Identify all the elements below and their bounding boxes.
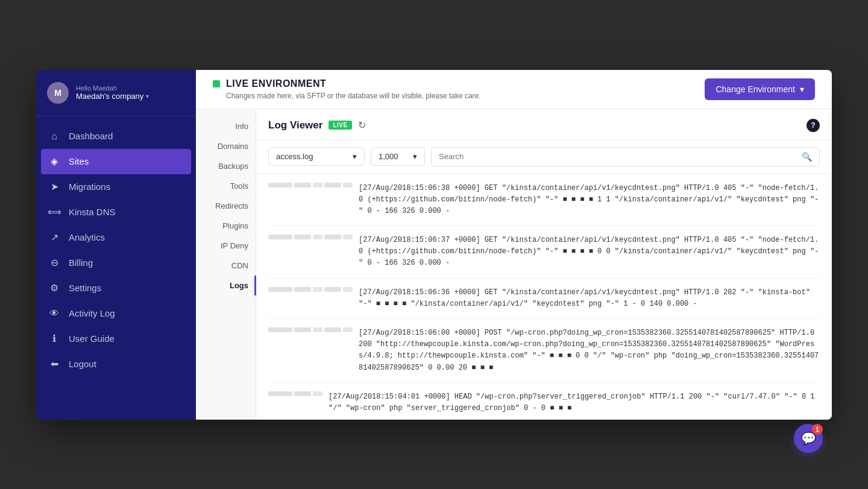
sidebar-item-logout[interactable]: ⬅ Logout	[36, 352, 196, 377]
subnav-backups[interactable]: Backups	[196, 156, 256, 176]
log-file-select[interactable]: access.log ▾	[268, 147, 365, 166]
sidebar-item-label: Billing	[69, 257, 93, 268]
log-ip-redacted	[268, 183, 353, 188]
chevron-down-icon: ▾	[353, 152, 357, 161]
sidebar-item-dashboard[interactable]: ⌂ Dashboard	[36, 124, 196, 149]
search-input[interactable]	[439, 152, 797, 161]
chevron-down-icon: ▾	[146, 93, 149, 99]
log-entry: [27/Aug/2018:15:06:38 +0000] GET "/kinst…	[268, 174, 820, 227]
change-environment-button[interactable]: Change Environment ▾	[705, 78, 815, 100]
sidebar-item-settings[interactable]: ⚙ Settings	[36, 276, 196, 301]
migrations-icon: ➤	[48, 181, 60, 193]
subnav-domains[interactable]: Domains	[196, 136, 256, 156]
sidebar-item-label: Dashboard	[69, 131, 113, 141]
subnav-info[interactable]: Info	[196, 116, 256, 136]
log-entry-text: [27/Aug/2018:15:04:01 +0000] HEAD "/wp-c…	[329, 391, 820, 414]
log-title-group: Log Viewer LIVE ↻	[268, 119, 366, 131]
user-info: Hello Maedah Maedah's company ▾	[76, 84, 149, 101]
subnav-logs[interactable]: Logs	[196, 276, 256, 295]
log-search-box[interactable]: 🔍	[431, 147, 820, 166]
chevron-down-icon: ▾	[413, 152, 417, 161]
log-lines-select[interactable]: 1,000 ▾	[371, 147, 425, 166]
env-title: LIVE ENVIRONMENT	[213, 78, 481, 89]
dns-icon: ⟺	[48, 206, 60, 218]
log-entry: [27/Aug/2018:15:04:01 +0000] HEAD "/wp-c…	[268, 383, 820, 420]
main-nav: ⌂ Dashboard ◈ Sites ➤ Migrations ⟺ Kinst…	[36, 116, 196, 420]
search-icon: 🔍	[802, 152, 812, 162]
subnav-cdn[interactable]: CDN	[196, 256, 256, 276]
log-viewer-panel: Log Viewer LIVE ↻ ? access.log ▾ 1,000 ▾	[256, 109, 832, 420]
log-viewer-title: Log Viewer	[268, 119, 322, 131]
sidebar-item-activity-log[interactable]: 👁 Activity Log	[36, 301, 196, 326]
sidebar-item-label: Analytics	[69, 232, 105, 242]
log-ip-redacted	[268, 391, 322, 396]
subnav-plugins[interactable]: Plugins	[196, 216, 256, 236]
live-indicator	[213, 80, 220, 87]
log-entry-text: [27/Aug/2018:15:06:36 +0000] GET "/kinst…	[359, 287, 820, 310]
eye-icon: 👁	[48, 308, 60, 320]
sidebar-item-migrations[interactable]: ➤ Migrations	[36, 174, 196, 200]
env-info: LIVE ENVIRONMENT Changes made here, via …	[213, 78, 481, 100]
log-viewer-header: Log Viewer LIVE ↻ ?	[256, 109, 832, 140]
log-ip-redacted	[268, 235, 353, 239]
sidebar-item-label: Migrations	[69, 181, 110, 192]
chevron-down-icon: ▾	[800, 84, 804, 94]
log-entry: [27/Aug/2018:15:06:37 +0000] GET "/kinst…	[268, 226, 820, 279]
subnav-tools[interactable]: Tools	[196, 176, 256, 196]
env-subtitle: Changes made here, via SFTP or the datab…	[226, 92, 481, 100]
chat-button[interactable]: 💬 1	[794, 424, 823, 453]
subnav-redirects[interactable]: Redirects	[196, 196, 256, 216]
subnav-ip-deny[interactable]: IP Deny	[196, 236, 256, 256]
help-button[interactable]: ?	[807, 119, 820, 132]
sidebar-item-label: Activity Log	[69, 308, 115, 318]
home-icon: ⌂	[48, 130, 60, 142]
log-entry-text: [27/Aug/2018:15:06:38 +0000] GET "/kinst…	[359, 183, 820, 218]
log-controls: access.log ▾ 1,000 ▾ 🔍	[256, 140, 832, 174]
sidebar-item-label: Kinsta DNS	[69, 207, 116, 217]
sidebar-item-sites[interactable]: ◈ Sites	[41, 149, 191, 174]
chat-badge: 1	[812, 424, 823, 435]
live-badge: LIVE	[329, 121, 351, 130]
sidebar-item-user-guide[interactable]: ℹ User Guide	[36, 326, 196, 352]
user-company: Maedah's company ▾	[76, 92, 149, 101]
sub-navigation: Info Domains Backups Tools Redirects Plu…	[196, 109, 256, 420]
info-icon: ℹ	[48, 333, 60, 345]
analytics-icon: ↗	[48, 232, 60, 244]
sidebar-item-analytics[interactable]: ↗ Analytics	[36, 225, 196, 250]
user-hello: Hello Maedah	[76, 84, 149, 92]
billing-icon: ⊖	[48, 257, 60, 269]
log-entry-text: [27/Aug/2018:15:06:37 +0000] GET "/kinst…	[359, 235, 820, 270]
log-entry-text: [27/Aug/2018:15:06:00 +0000] POST "/wp-c…	[359, 327, 820, 374]
sidebar-item-label: Sites	[69, 156, 89, 166]
content-area: Info Domains Backups Tools Redirects Plu…	[196, 109, 832, 420]
log-entry: [27/Aug/2018:15:06:00 +0000] POST "/wp-c…	[268, 319, 820, 383]
log-entries-list: [27/Aug/2018:15:06:38 +0000] GET "/kinst…	[256, 174, 832, 420]
sidebar-item-label: User Guide	[69, 333, 115, 344]
log-ip-redacted	[268, 327, 353, 332]
avatar: M	[47, 82, 69, 104]
settings-icon: ⚙	[48, 282, 60, 294]
main-content: LIVE ENVIRONMENT Changes made here, via …	[196, 70, 832, 420]
sidebar: M Hello Maedah Maedah's company ▾ ⌂ Dash…	[36, 70, 196, 420]
refresh-button[interactable]: ↻	[358, 119, 366, 131]
user-profile[interactable]: M Hello Maedah Maedah's company ▾	[36, 70, 196, 116]
sidebar-item-label: Settings	[69, 283, 101, 293]
sidebar-item-billing[interactable]: ⊖ Billing	[36, 250, 196, 276]
sidebar-item-kinsta-dns[interactable]: ⟺ Kinsta DNS	[36, 200, 196, 225]
environment-bar: LIVE ENVIRONMENT Changes made here, via …	[196, 70, 832, 109]
sidebar-item-label: Logout	[69, 359, 96, 369]
log-ip-redacted	[268, 287, 353, 292]
sites-icon: ◈	[48, 156, 60, 168]
logout-icon: ⬅	[48, 358, 60, 370]
log-entry: [27/Aug/2018:15:06:36 +0000] GET "/kinst…	[268, 279, 820, 319]
